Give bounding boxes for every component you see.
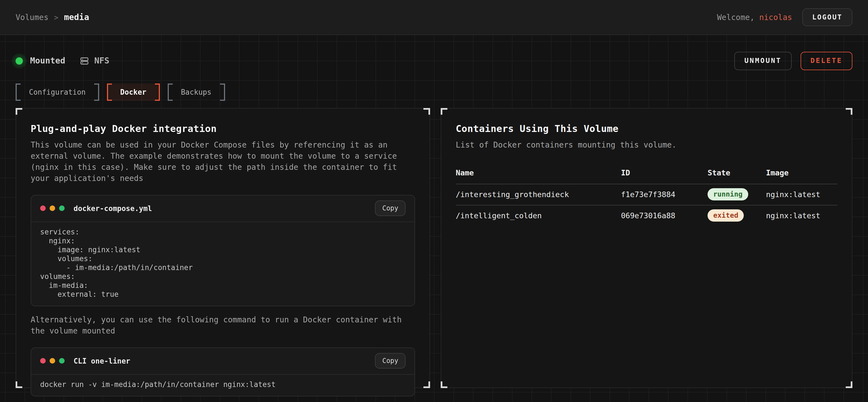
cli-intro-text: Alternatively, you can use the following… [31, 314, 415, 336]
panel-corner [424, 108, 430, 114]
container-state-cell: exited [708, 209, 766, 222]
containers-table: Name ID State Image /interesting_grothen… [456, 165, 837, 226]
compose-code-block: docker-compose.yml Copy services: nginx:… [31, 195, 415, 306]
breadcrumb-separator-icon: > [54, 13, 59, 22]
mounted-status-label: Mounted [30, 56, 65, 66]
driver-label: NFS [94, 56, 109, 66]
breadcrumb-volumes[interactable]: Volumes [16, 13, 49, 22]
container-id: 069e73016a88 [621, 211, 708, 220]
traffic-dot-green-icon [59, 205, 65, 211]
mount-status: Mounted [16, 56, 65, 66]
containers-panel-subtitle: List of Docker containers mounting this … [456, 139, 837, 150]
containers-table-header: Name ID State Image [456, 165, 837, 183]
containers-panel-title: Containers Using This Volume [456, 123, 837, 134]
container-state-cell: running [708, 188, 766, 201]
table-row: /intelligent_colden 069e73016a88 exited … [456, 205, 837, 226]
volume-driver: NFS [80, 56, 109, 66]
unmount-button[interactable]: UNMOUNT [734, 52, 792, 70]
panel-corner [441, 108, 447, 114]
compose-code-content: services: nginx: image: nginx:latest vol… [31, 222, 414, 305]
traffic-dot-green-icon [59, 358, 65, 364]
breadcrumb: Volumes > media [16, 12, 89, 22]
compose-code-header: docker-compose.yml Copy [31, 195, 414, 222]
traffic-dots [40, 205, 65, 211]
state-badge: running [708, 188, 748, 201]
docker-panel-description: This volume can be used in your Docker C… [31, 139, 415, 183]
panel-corner [441, 381, 447, 388]
column-header-image: Image [766, 168, 837, 177]
container-name: /interesting_grothendieck [456, 190, 621, 199]
traffic-dot-red-icon [40, 358, 46, 364]
container-image: nginx:latest [766, 211, 837, 220]
panel-corner [846, 108, 852, 114]
containers-panel: Containers Using This Volume List of Doc… [441, 108, 852, 388]
column-header-state: State [708, 168, 766, 177]
cli-copy-button[interactable]: Copy [375, 353, 406, 369]
cli-code-block: CLI one-liner Copy docker run -v im-medi… [31, 347, 415, 396]
container-id: f1e73e7f3884 [621, 190, 708, 199]
traffic-dot-amber-icon [50, 205, 55, 211]
container-image: nginx:latest [766, 190, 837, 199]
breadcrumb-current-volume: media [64, 12, 89, 22]
panel-corner [16, 381, 22, 388]
panel-corner [424, 381, 430, 388]
compose-filename: docker-compose.yml [73, 204, 152, 212]
tab-configuration[interactable]: Configuration [16, 83, 99, 100]
column-header-id: ID [621, 168, 708, 177]
welcome-prefix: Welcome, [717, 13, 760, 22]
panel-corner [846, 381, 852, 388]
topbar-right: Welcome, nicolas LOGOUT [717, 8, 852, 27]
panels: Plug-and-play Docker integration This vo… [16, 108, 852, 388]
welcome-text: Welcome, nicolas [717, 13, 792, 22]
compose-copy-button[interactable]: Copy [375, 200, 406, 216]
cli-code-header: CLI one-liner Copy [31, 348, 414, 374]
status-row: Mounted NFS UNMOUNT DELETE [16, 35, 852, 70]
docker-panel-title: Plug-and-play Docker integration [31, 123, 415, 134]
cli-code-content: docker run -v im-media:/path/in/containe… [31, 374, 414, 396]
table-row: /interesting_grothendieck f1e73e7f3884 r… [456, 183, 837, 205]
logout-button[interactable]: LOGOUT [802, 8, 852, 27]
state-badge: exited [708, 209, 744, 222]
tab-backups[interactable]: Backups [167, 83, 225, 100]
container-name: /intelligent_colden [456, 211, 621, 220]
username: nicolas [760, 13, 792, 22]
tab-bar: Configuration Docker Backups [16, 83, 852, 100]
docker-integration-panel: Plug-and-play Docker integration This vo… [16, 108, 430, 388]
traffic-dots [40, 358, 65, 364]
traffic-dot-amber-icon [50, 358, 55, 364]
traffic-dot-red-icon [40, 205, 46, 211]
mounted-status-dot-icon [16, 57, 23, 65]
tab-docker[interactable]: Docker [107, 83, 160, 100]
top-bar: Volumes > media Welcome, nicolas LOGOUT [0, 0, 868, 35]
cli-filename: CLI one-liner [73, 357, 130, 365]
delete-button[interactable]: DELETE [801, 52, 852, 70]
main-area: Mounted NFS UNMOUNT DELETE Configuration… [0, 35, 868, 402]
panel-corner [16, 108, 22, 114]
volume-actions: UNMOUNT DELETE [734, 52, 852, 70]
server-icon [80, 56, 89, 66]
column-header-name: Name [456, 168, 621, 177]
